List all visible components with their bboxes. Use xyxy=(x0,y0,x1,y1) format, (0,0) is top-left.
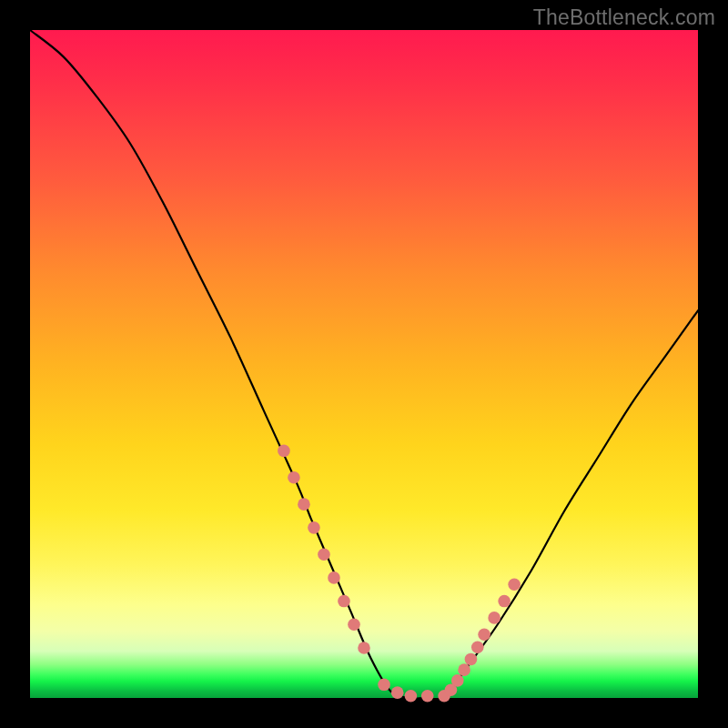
highlight-dot xyxy=(458,663,470,676)
highlight-dot xyxy=(318,548,330,561)
highlight-dot xyxy=(451,674,464,687)
highlight-dots xyxy=(278,445,521,703)
bottleneck-curve xyxy=(30,30,698,700)
highlight-dot xyxy=(298,498,310,511)
highlight-dot xyxy=(508,578,521,591)
highlight-dot xyxy=(348,618,360,631)
highlight-dot xyxy=(471,641,484,653)
highlight-dot xyxy=(378,679,390,692)
highlight-dot xyxy=(308,521,320,534)
chart-frame: TheBottleneck.com xyxy=(0,0,728,728)
highlight-dot xyxy=(358,642,370,654)
highlight-dot xyxy=(278,445,290,458)
chart-svg xyxy=(30,30,698,698)
highlight-dot xyxy=(488,612,500,624)
highlight-dot xyxy=(288,471,300,484)
highlight-dot xyxy=(465,653,478,666)
highlight-dot xyxy=(405,690,418,703)
highlight-dot xyxy=(328,571,340,584)
plot-area xyxy=(30,30,698,698)
watermark-text: TheBottleneck.com xyxy=(533,5,715,30)
highlight-dot xyxy=(421,690,434,703)
highlight-dot xyxy=(498,595,511,608)
highlight-dot xyxy=(338,595,350,608)
highlight-dot xyxy=(478,628,490,641)
highlight-dot xyxy=(391,686,404,699)
